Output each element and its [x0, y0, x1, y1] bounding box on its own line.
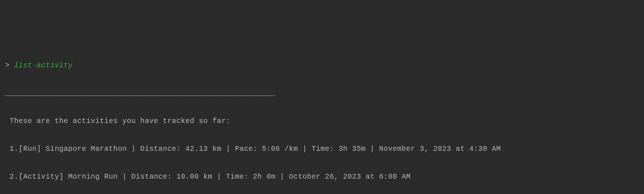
- output-header: These are the activities you have tracke…: [5, 114, 639, 128]
- divider-top: ________________________________________…: [5, 86, 639, 100]
- activity-row: 1.[Run] Singapore Marathon | Distance: 4…: [5, 142, 639, 156]
- activity-row: 2.[Activity] Morning Run | Distance: 10.…: [5, 170, 639, 184]
- command-prompt-line[interactable]: > list-activity: [5, 59, 639, 72]
- prompt-symbol: >: [5, 61, 14, 70]
- command-text: list-activity: [14, 61, 73, 70]
